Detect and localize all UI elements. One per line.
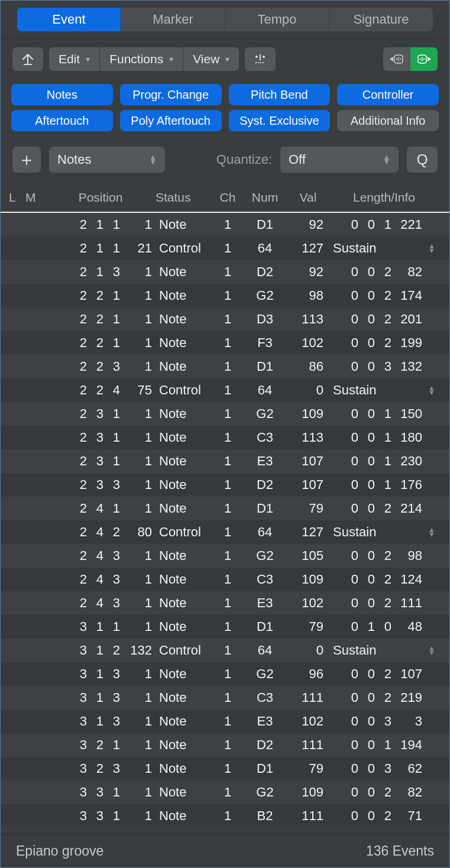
cell-num[interactable]: D1 — [243, 619, 287, 634]
cell-status[interactable]: Note — [156, 548, 212, 563]
cell-status[interactable]: Note — [156, 454, 212, 469]
table-row[interactable]: 21121Control164127Sustain▲▼ — [1, 237, 449, 260]
cell-val[interactable]: 96 — [287, 666, 329, 682]
cell-val[interactable]: 109 — [287, 572, 329, 587]
cell-status[interactable]: Note — [156, 785, 212, 800]
cell-num[interactable]: 64 — [243, 241, 287, 256]
cell-channel[interactable]: 1 — [212, 785, 243, 800]
cell-num[interactable]: G2 — [243, 406, 287, 422]
cell-val[interactable]: 79 — [287, 761, 329, 776]
table-row[interactable]: 3311Note1B2111 00271 ▲▼ — [1, 804, 449, 825]
filter-pitch-bend[interactable]: Pitch Bend — [229, 84, 331, 105]
cell-position[interactable]: 3131 — [46, 666, 156, 682]
column-val[interactable]: Val — [287, 190, 329, 205]
length-value[interactable]: 001180 — [342, 430, 422, 445]
column-mute[interactable]: M — [25, 190, 46, 205]
filter-program-change[interactable]: Progr. Change — [120, 84, 222, 105]
cell-channel[interactable]: 1 — [212, 666, 243, 682]
stepper-icon[interactable]: ▲▼ — [428, 527, 438, 537]
cell-val[interactable]: 111 — [287, 737, 329, 753]
cell-channel[interactable]: 1 — [212, 454, 243, 469]
cell-status[interactable]: Note — [156, 666, 212, 682]
cell-position[interactable]: 21121 — [46, 241, 156, 256]
cell-position[interactable]: 2311 — [46, 454, 156, 469]
tab-event[interactable]: Event — [17, 8, 121, 31]
stepper-icon[interactable]: ▲▼ — [428, 386, 438, 395]
length-value[interactable]: 00362 — [342, 761, 422, 776]
quantize-button[interactable]: Q — [407, 147, 438, 173]
filter-notes[interactable]: Notes — [11, 84, 113, 105]
cell-position[interactable]: 312132 — [46, 643, 156, 658]
table-row[interactable]: 2431Note1C3109 002124 ▲▼ — [1, 568, 449, 591]
cell-val[interactable]: 102 — [287, 714, 329, 729]
cell-position[interactable]: 3211 — [46, 737, 156, 753]
cell-num[interactable]: D1 — [243, 359, 287, 374]
cell-channel[interactable]: 1 — [212, 690, 243, 705]
cell-num[interactable]: G2 — [243, 548, 287, 563]
length-value[interactable]: 00282 — [342, 785, 422, 800]
cell-num[interactable]: E3 — [243, 714, 287, 729]
length-value[interactable]: 002199 — [342, 335, 422, 351]
cell-channel[interactable]: 1 — [212, 548, 243, 563]
cell-status[interactable]: Note — [156, 430, 212, 445]
cell-num[interactable]: G2 — [243, 288, 287, 303]
length-value[interactable]: 00271 — [342, 808, 422, 824]
filter-additional-info[interactable]: Additional Info — [337, 110, 439, 131]
cell-position[interactable]: 2431 — [46, 548, 156, 563]
column-loop[interactable]: L — [9, 190, 25, 205]
cell-channel[interactable]: 1 — [212, 501, 243, 516]
cell-channel[interactable]: 1 — [212, 430, 243, 445]
cell-val[interactable]: 105 — [287, 548, 329, 563]
cell-status[interactable]: Note — [156, 312, 212, 327]
cell-val[interactable]: 102 — [287, 595, 329, 611]
cell-num[interactable]: G2 — [243, 785, 287, 800]
cell-channel[interactable]: 1 — [212, 264, 243, 280]
length-value[interactable]: 002174 — [342, 288, 422, 303]
cell-position[interactable]: 2411 — [46, 501, 156, 516]
cell-status[interactable]: Note — [156, 619, 212, 634]
cell-status[interactable]: Note — [156, 288, 212, 303]
length-value[interactable]: 001150 — [342, 406, 422, 422]
cell-position[interactable]: 3111 — [46, 619, 156, 634]
length-value[interactable]: 001194 — [342, 737, 422, 753]
cell-val[interactable]: 127 — [287, 241, 329, 256]
table-row[interactable]: 2211Note1D3113 002201 ▲▼ — [1, 307, 449, 331]
cell-position[interactable]: 2431 — [46, 572, 156, 587]
edit-menu[interactable]: Edit▾ — [49, 47, 100, 71]
cell-position[interactable]: 2211 — [46, 335, 156, 351]
cell-status[interactable]: Note — [156, 406, 212, 422]
cell-val[interactable]: 92 — [287, 264, 329, 280]
tab-marker[interactable]: Marker — [121, 8, 225, 31]
length-value[interactable]: 002124 — [342, 572, 422, 587]
column-channel[interactable]: Ch — [212, 190, 243, 205]
table-row[interactable]: 2131Note1D292 00282 ▲▼ — [1, 260, 449, 284]
length-value[interactable]: 003132 — [342, 359, 422, 374]
cell-val[interactable]: 92 — [287, 217, 329, 232]
cell-num[interactable]: E3 — [243, 454, 287, 469]
cell-status[interactable]: Note — [156, 595, 212, 611]
cell-position[interactable]: 3311 — [46, 808, 156, 824]
go-up-button[interactable] — [12, 47, 43, 71]
filter-poly-aftertouch[interactable]: Poly Aftertouch — [120, 110, 222, 131]
cell-status[interactable]: Note — [156, 217, 212, 232]
cell-channel[interactable]: 1 — [212, 619, 243, 634]
cell-status[interactable]: Note — [156, 477, 212, 493]
table-row[interactable]: 2111Note1D192 001221 ▲▼ — [1, 213, 449, 237]
length-value[interactable]: 002214 — [342, 501, 422, 516]
cell-status[interactable]: Note — [156, 335, 212, 351]
filter-syst-exclusive[interactable]: Syst. Exclusive — [229, 110, 331, 131]
cell-num[interactable]: 64 — [243, 383, 287, 398]
cell-status[interactable]: Note — [156, 690, 212, 705]
cell-position[interactable]: 2211 — [46, 288, 156, 303]
cell-status[interactable]: Note — [156, 572, 212, 587]
cell-num[interactable]: G2 — [243, 666, 287, 682]
cell-status[interactable]: Note — [156, 501, 212, 516]
table-row[interactable]: 2431Note1E3102 002111 ▲▼ — [1, 591, 449, 615]
table-row[interactable]: 312132Control1640Sustain▲▼ — [1, 639, 449, 662]
table-row[interactable]: 2231Note1D186 003132 ▲▼ — [1, 355, 449, 378]
column-status[interactable]: Status — [156, 190, 212, 205]
table-row[interactable]: 3131Note1C3111 002219 ▲▼ — [1, 686, 449, 710]
cell-num[interactable]: D2 — [243, 477, 287, 493]
cell-num[interactable]: 64 — [243, 524, 287, 540]
table-row[interactable]: 3311Note1G2109 00282 ▲▼ — [1, 780, 449, 804]
